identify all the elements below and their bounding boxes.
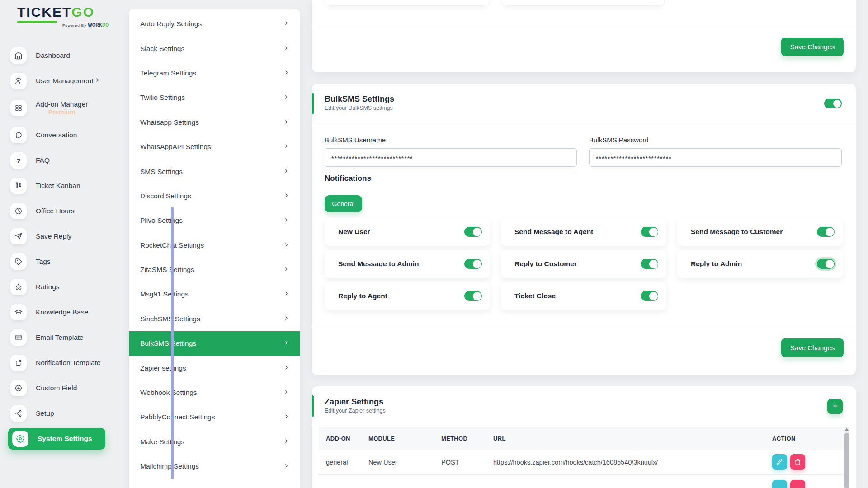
- zapier-table-header: ADD-ON MODULE METHOD URL ACTION: [319, 427, 844, 450]
- sidebar-item-conversation[interactable]: Conversation: [0, 122, 129, 148]
- menu-item-rocketchat[interactable]: RocketChat Settings: [129, 233, 300, 258]
- logo-text: TICKETGO: [17, 5, 117, 20]
- send-icon: [10, 228, 27, 244]
- edit-button[interactable]: [772, 480, 787, 488]
- sidebar-item-system-settings[interactable]: System Settings: [0, 426, 129, 451]
- send-message-to-agent-toggle[interactable]: [641, 227, 658, 237]
- new-user-toggle[interactable]: [464, 227, 482, 237]
- scrollbar-thumb[interactable]: [844, 433, 849, 488]
- zapier-subtitle: Edit your Zapier settings: [325, 408, 386, 414]
- settings-menu-panel: Auto Reply Settings Slack Settings Teleg…: [129, 9, 300, 488]
- chevron-right-icon: [283, 438, 289, 446]
- sidebar-item-label: Add-on ManagerPremium: [36, 100, 88, 117]
- menu-item-zapier[interactable]: Zapier settings: [129, 356, 300, 380]
- menu-item-plivo[interactable]: Plivo Settings: [129, 208, 300, 233]
- scroll-up-arrow-icon[interactable]: [845, 428, 849, 431]
- menu-item-whatsapp[interactable]: Whatsapp Settings: [129, 110, 300, 135]
- sidebar-item-ratings[interactable]: Ratings: [0, 274, 129, 300]
- main-content: Save Changes BulkSMS Settings Edit your …: [312, 0, 856, 488]
- send-message-to-admin-toggle[interactable]: [464, 259, 482, 269]
- menu-item-sms[interactable]: SMS Settings: [129, 159, 300, 183]
- menu-item-twilio[interactable]: Twilio Settings: [129, 85, 300, 110]
- reply-to-agent-toggle[interactable]: [464, 291, 482, 301]
- cell-url: https://hooks.zapier.com/hooks/catch/160…: [493, 459, 772, 466]
- menu-item-auto-reply[interactable]: Auto Reply Settings: [129, 12, 300, 36]
- gear-icon: [12, 431, 28, 447]
- menu-scrollbar[interactable]: [171, 207, 174, 479]
- toggle-card-reply-to-customer: Reply to Customer: [501, 250, 666, 278]
- table-scrollbar[interactable]: [844, 427, 849, 488]
- sidebar-item-label: Setup: [36, 409, 54, 418]
- send-message-to-customer-toggle[interactable]: [817, 227, 835, 237]
- star-icon: [10, 279, 27, 295]
- app-root: TICKETGO Powered By WORKDO Dashboard Use…: [0, 0, 868, 488]
- delete-button[interactable]: [790, 480, 805, 488]
- users-icon: [10, 73, 27, 89]
- delete-button[interactable]: [790, 454, 805, 470]
- col-url: URL: [493, 435, 772, 442]
- menu-item-webhook[interactable]: Webhook Settings: [129, 380, 300, 405]
- save-changes-button-top[interactable]: Save Changes: [781, 38, 844, 56]
- sidebar-item-tags[interactable]: Tags: [0, 249, 129, 274]
- toggle-card-reply-to-admin: Reply to Admin: [677, 250, 843, 278]
- sidebar-item-office-hours[interactable]: Office Hours: [0, 198, 129, 224]
- menu-item-msg91[interactable]: Msg91 Settings: [129, 282, 300, 306]
- partial-input-right[interactable]: [502, 0, 665, 5]
- sidebar-item-email-template[interactable]: Email Template: [0, 325, 129, 350]
- reply-to-customer-toggle[interactable]: [641, 259, 658, 269]
- username-input[interactable]: ****************************: [325, 148, 577, 167]
- menu-item-zendesk[interactable]: Zendesk Settings: [129, 479, 300, 488]
- menu-item-make[interactable]: Make Settings: [129, 430, 300, 454]
- menu-item-whatsappapi[interactable]: WhatsAppAPI Settings: [129, 135, 300, 159]
- cell-addon: general: [319, 459, 368, 466]
- chevron-right-icon: [283, 315, 289, 323]
- menu-item-mailchimp[interactable]: Mailchimp Settings: [129, 454, 300, 479]
- zapier-settings-card: Zapier Settings Edit your Zapier setting…: [312, 386, 856, 488]
- general-tab-button[interactable]: General: [325, 195, 362, 212]
- menu-item-slack[interactable]: Slack Settings: [129, 36, 300, 61]
- save-changes-button-bulksms[interactable]: Save Changes: [781, 338, 844, 357]
- ticket-close-toggle[interactable]: [641, 291, 658, 301]
- previous-settings-card: Save Changes: [312, 0, 856, 72]
- menu-item-telegram[interactable]: Telegram Settings: [129, 61, 300, 85]
- app-logo[interactable]: TICKETGO Powered By WORKDO: [17, 5, 117, 23]
- sidebar-item-custom-field[interactable]: Custom Field: [0, 375, 129, 401]
- edit-button[interactable]: [772, 454, 787, 470]
- sidebar-item-setup[interactable]: Setup: [0, 401, 129, 426]
- partial-input-left[interactable]: [325, 0, 489, 5]
- add-zapier-button[interactable]: +: [827, 399, 843, 414]
- zapier-table-row: general New User POST https://hooks.zapi…: [319, 450, 844, 475]
- chevron-right-icon: [283, 94, 289, 102]
- chevron-right-icon: [283, 241, 289, 249]
- sidebar-item-label: User Management: [36, 76, 94, 85]
- sidebar-item-ticket-kanban[interactable]: Ticket Kanban: [0, 173, 129, 198]
- logo-go: GO: [71, 5, 94, 19]
- sidebar-item-label: Tags: [36, 257, 51, 266]
- col-action: ACTION: [772, 435, 844, 442]
- menu-item-sinchsms[interactable]: SinchSMS Settings: [129, 307, 300, 331]
- sidebar-item-notification-template[interactable]: Notification Template: [0, 350, 129, 375]
- sidebar-item-knowledge-base[interactable]: Knowledge Base: [0, 300, 129, 325]
- chevron-right-icon: [283, 266, 289, 274]
- menu-item-bulksms-active[interactable]: BulkSMS Settings: [129, 331, 300, 356]
- chevron-right-icon: [283, 20, 289, 28]
- sidebar-item-label: System Settings: [38, 434, 92, 443]
- sidebar-item-save-reply[interactable]: Save Reply: [0, 224, 129, 249]
- sidebar-nav: Dashboard User Management Add-on Manager…: [0, 43, 129, 451]
- reply-to-admin-toggle[interactable]: [817, 259, 835, 269]
- sidebar-item-faq[interactable]: ? FAQ: [0, 148, 129, 173]
- sidebar-item-dashboard[interactable]: Dashboard: [0, 43, 129, 68]
- menu-item-discord[interactable]: Discord Settings: [129, 184, 300, 208]
- menu-item-pabblyconnect[interactable]: PabblyConnect Settings: [129, 405, 300, 429]
- logo-powered-by: Powered By WORKDO: [62, 23, 109, 28]
- password-input[interactable]: **************************: [589, 148, 842, 167]
- sidebar-item-addon-manager[interactable]: Add-on ManagerPremium: [0, 94, 129, 122]
- sidebar-item-label: Save Reply: [36, 232, 71, 240]
- chevron-right-icon: [283, 413, 289, 421]
- chevron-right-icon: [94, 77, 101, 85]
- sidebar-item-label: Custom Field: [36, 384, 77, 392]
- bulksms-subtitle: Edit your BulkSMS settings: [325, 105, 393, 111]
- menu-item-zitasms[interactable]: ZitaSMS Settings: [129, 258, 300, 282]
- bulksms-enabled-toggle[interactable]: [824, 99, 842, 108]
- sidebar-item-user-management[interactable]: User Management: [0, 68, 129, 94]
